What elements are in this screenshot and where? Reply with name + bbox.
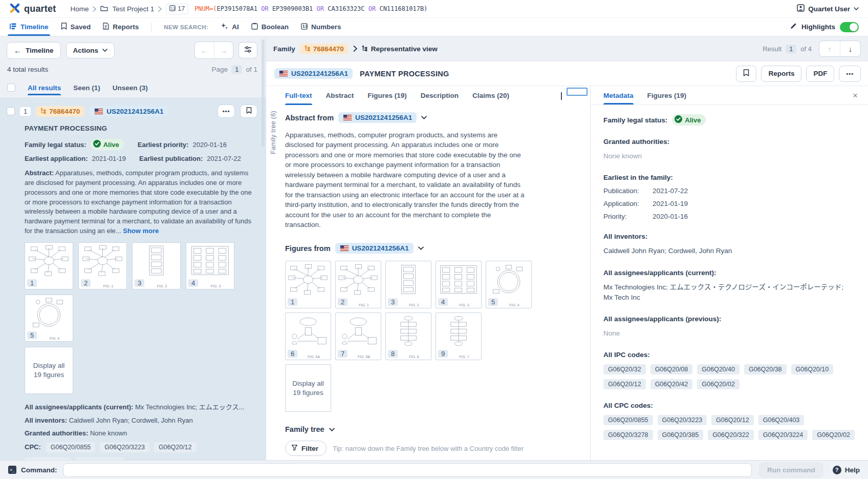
document-tab[interactable]: Abstract (326, 86, 354, 105)
tab-timeline[interactable]: Timeline (9, 18, 49, 36)
figure-caption: FIG. 2 (145, 284, 179, 288)
tab-all-results[interactable]: All results (28, 80, 61, 95)
tab-unseen[interactable]: Unseen (3) (113, 80, 148, 95)
actions-button[interactable]: Actions (66, 43, 115, 58)
result-bookmark-button[interactable] (240, 105, 257, 118)
abstract-source-badge[interactable]: US2021241256A1 (338, 112, 417, 123)
earliest-label: Earliest in the family: (603, 174, 856, 181)
result-label: Result (763, 45, 782, 53)
document-title: PAYMENT PROCESSING (360, 70, 449, 78)
timeline-icon (9, 23, 17, 31)
figure-thumbnail[interactable]: 9 FIG. 7 (436, 313, 482, 360)
result-title[interactable]: PAYMENT PROCESSING (25, 124, 257, 132)
result-card[interactable]: 1 76864470 US2021241256A1 ••• PAYMENT PR… (0, 97, 266, 460)
total-results: 4 total results (7, 66, 48, 73)
prev-page-button[interactable]: ← (195, 42, 214, 58)
tab-metadata[interactable]: Metadata (603, 86, 634, 105)
query-token: PNUM=( (194, 5, 216, 12)
reports-button[interactable]: Reports (761, 66, 801, 82)
document-tab[interactable]: Figures (19) (367, 86, 407, 105)
figure-thumbnail[interactable]: 7 FIG. 5B (335, 313, 381, 360)
results-scrollbar[interactable] (262, 39, 265, 147)
chevron-down-icon[interactable] (329, 428, 335, 431)
figures-grid-footer: Display all 19 figures (285, 364, 536, 412)
figure-thumbnail[interactable]: 3 FIG. 2 (385, 261, 431, 308)
show-more-link[interactable]: Show more (123, 227, 159, 235)
pagination: Page 1 of 1 (211, 65, 257, 74)
main-area: ← Timeline Actions ← → 4 total results (0, 36, 868, 460)
help-control[interactable]: ? Help (833, 466, 860, 474)
breadcrumb: Home Test Project 1 12 17 PNUM=(EP391507… (70, 4, 427, 14)
figure-thumbnail[interactable]: 5 FIG. 4 (25, 295, 73, 342)
figure-thumbnail[interactable]: 3 FIG. 2 (132, 242, 181, 289)
figure-thumbnail[interactable]: 5 FIG. 4 (486, 261, 532, 308)
page-number[interactable]: 1 (231, 65, 243, 74)
select-all-checkbox[interactable] (7, 84, 15, 92)
figure-thumbnail[interactable]: 8 FIG. 6 (385, 313, 431, 360)
publication-badge[interactable]: US2021241256A1 (274, 68, 353, 79)
breadcrumb-project[interactable]: Test Project 1 (112, 5, 154, 13)
figure-thumbnail[interactable]: 1 (25, 242, 73, 289)
more-options-button[interactable]: ••• (839, 66, 861, 82)
publication-id: US2021241256A1 (106, 108, 163, 115)
document-minimap[interactable] (566, 86, 590, 460)
family-id-badge[interactable]: 76864470 (300, 44, 349, 54)
pdf-button[interactable]: PDF (806, 66, 834, 82)
application-value: 2021-01-19 (92, 155, 126, 162)
tab-reports[interactable]: Reports (103, 18, 139, 36)
run-command-button[interactable]: Run command (760, 463, 823, 477)
figure-thumbnail[interactable]: 4 FIG. 3 (186, 242, 234, 289)
close-icon[interactable]: × (853, 91, 858, 100)
highlights-toggle[interactable] (840, 22, 859, 32)
cpc-code-pill: G06Q20/3278 (603, 430, 653, 440)
previous-result-button[interactable]: ↑ (819, 41, 840, 56)
document-tab[interactable]: Full-text (285, 86, 312, 105)
cpc-show-more-link[interactable]: Show more (6) (129, 459, 176, 460)
cpc-code-pill: G06Q20/12 (154, 442, 197, 452)
result-figure-thumbnails: 1 2 FIG. 1 (25, 242, 248, 342)
brand[interactable]: quartet (9, 3, 56, 15)
tab-ai-search[interactable]: AI (221, 18, 239, 36)
figure-thumbnail[interactable]: 2 FIG. 1 (78, 242, 127, 289)
search-query[interactable]: PNUM=(EP3915078A1 OR EP3909003B1 OR CA31… (194, 5, 427, 12)
figure-number: 3 (388, 298, 398, 306)
tab-seen[interactable]: Seen (1) (73, 80, 100, 95)
bookmark-button[interactable] (736, 66, 756, 82)
back-to-timeline-button[interactable]: ← Timeline (7, 42, 61, 59)
minimap-viewport[interactable] (567, 88, 588, 96)
family-id-badge[interactable]: 76864470 (36, 106, 84, 117)
publication-badge[interactable]: US2021241256A1 (90, 106, 168, 117)
figure-thumbnail[interactable]: 4 FIG. 3 (436, 261, 482, 308)
display-all-figures-button[interactable]: Display all 19 figures (25, 347, 73, 394)
filter-button[interactable]: Filter (285, 441, 327, 456)
result-checkbox[interactable] (7, 107, 15, 115)
chevron-down-icon[interactable] (418, 246, 424, 250)
figure-thumbnail[interactable]: 2 FIG. 1 (335, 261, 381, 308)
tab-figures[interactable]: Figures (19) (647, 86, 687, 105)
family-tree-side-tab[interactable]: Family tree (6) (270, 111, 277, 154)
next-page-button[interactable]: → (214, 42, 233, 58)
figure-thumbnail[interactable]: 6 FIG. 5A (285, 313, 331, 360)
document-tab[interactable]: Claims (20) (472, 86, 509, 105)
command-input[interactable] (63, 463, 752, 477)
display-settings-button[interactable] (238, 42, 257, 58)
search-count-chip[interactable]: 12 17 (166, 4, 188, 14)
tab-saved[interactable]: Saved (61, 18, 91, 36)
tab-boolean-search[interactable]: Boolean (251, 18, 289, 36)
chevron-down-icon[interactable] (421, 116, 427, 119)
document-tab[interactable]: Description (421, 86, 459, 105)
result-figure-footer: Display all 19 figures (25, 347, 248, 394)
result-more-button[interactable]: ••• (218, 105, 235, 118)
display-all-figures-button[interactable]: Display all 19 figures (285, 364, 331, 412)
breadcrumb-home[interactable]: Home (70, 5, 89, 13)
ipc-code-pill: G06Q20/42 (650, 379, 693, 389)
tab-numbers-search[interactable]: 12 Numbers (301, 18, 341, 36)
next-result-button[interactable]: ↓ (840, 41, 860, 56)
figure-thumbnail[interactable]: 1 (285, 261, 331, 308)
representative-view[interactable]: Representative view (362, 45, 438, 53)
bookmark-icon (246, 107, 252, 115)
metadata-tabs: Metadata Figures (19) × (591, 86, 868, 105)
user-menu[interactable]: Quartet User (797, 4, 859, 13)
filter-label: Filter (301, 445, 318, 452)
figures-source-badge[interactable]: US2021241256A1 (335, 243, 414, 254)
